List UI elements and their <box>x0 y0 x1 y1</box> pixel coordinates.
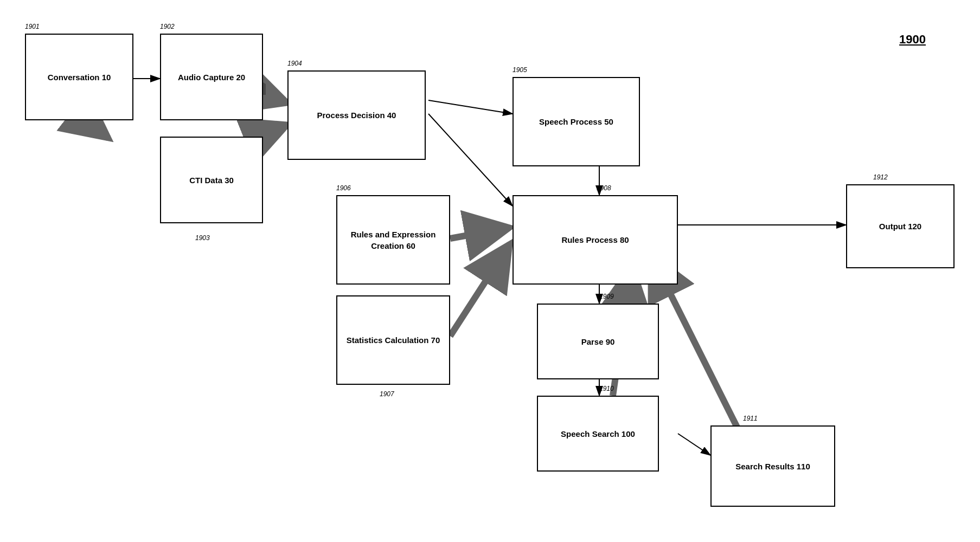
ref-1905: 1905 <box>513 66 527 74</box>
svg-line-10 <box>450 228 510 238</box>
speech-process-label: Speech Process 50 <box>539 116 613 127</box>
search-results-label: Search Results 110 <box>735 461 810 472</box>
ref-1904: 1904 <box>287 60 302 67</box>
parse-box: Parse 90 <box>537 304 659 379</box>
ref-1910: 1910 <box>599 385 614 392</box>
ref-1911: 1911 <box>743 415 758 422</box>
conversation-box: Conversation 10 <box>25 34 133 120</box>
svg-line-11 <box>450 244 510 336</box>
cti-data-label: CTI Data 30 <box>189 175 234 186</box>
process-decision-label: Process Decision 40 <box>317 109 396 121</box>
ref-1902: 1902 <box>160 23 175 30</box>
ref-1903: 1903 <box>195 234 210 242</box>
ref-1901: 1901 <box>25 23 40 30</box>
rules-expression-box: Rules and Expression Creation 60 <box>336 195 450 285</box>
svg-line-7 <box>428 100 513 114</box>
audio-capture-label: Audio Capture 20 <box>178 72 245 83</box>
svg-line-8 <box>428 114 513 206</box>
search-results-box: Search Results 110 <box>710 425 835 507</box>
ref-1907: 1907 <box>380 390 394 398</box>
ref-1908: 1908 <box>597 184 611 192</box>
speech-search-box: Speech Search 100 <box>537 396 659 472</box>
rules-process-box: Rules Process 80 <box>513 195 678 285</box>
rules-expression-label: Rules and Expression Creation 60 <box>337 229 449 251</box>
svg-line-15 <box>678 434 710 455</box>
process-decision-box: Process Decision 40 <box>287 70 426 160</box>
diagram-title: 1900 <box>899 33 926 47</box>
speech-search-label: Speech Search 100 <box>561 428 635 440</box>
parse-label: Parse 90 <box>581 336 615 347</box>
rules-process-label: Rules Process 80 <box>561 234 629 246</box>
output-box: Output 120 <box>846 184 955 268</box>
ref-1906: 1906 <box>336 184 351 192</box>
statistics-calc-box: Statistics Calculation 70 <box>336 295 450 385</box>
output-label: Output 120 <box>879 221 921 232</box>
svg-line-6 <box>84 119 108 138</box>
statistics-calc-label: Statistics Calculation 70 <box>347 334 440 346</box>
ref-1912: 1912 <box>873 173 888 181</box>
speech-process-box: Speech Process 50 <box>513 77 640 166</box>
conversation-label: Conversation 10 <box>48 72 111 83</box>
audio-capture-box: Audio Capture 20 <box>160 34 263 120</box>
ref-1909: 1909 <box>599 293 614 300</box>
cti-data-box: CTI Data 30 <box>160 137 263 223</box>
